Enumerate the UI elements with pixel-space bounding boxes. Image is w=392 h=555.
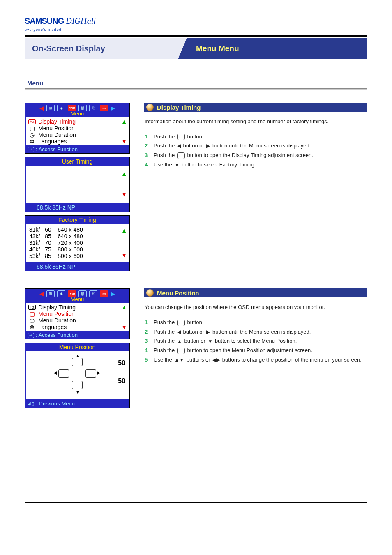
- target-icon: ◈: [57, 105, 65, 111]
- scroll-up-icon: ▲: [121, 118, 127, 125]
- position-icon: ▢: [28, 311, 36, 317]
- list-item: ◷Menu Duration: [27, 317, 128, 324]
- osd-menu-screenshot: ◀ ⊞ ◈ RGB ∭ ⎘ ▭ ▶ Menu HzDisplay Timing …: [25, 288, 130, 339]
- scroll-down-icon: ▼: [121, 138, 127, 145]
- osd-footer: ↲▯: Previous Menu: [25, 400, 129, 408]
- osd-footer: ↵: Access Function: [25, 331, 129, 339]
- list-item: HzDisplay Timing: [27, 304, 128, 311]
- enter-icon: ↵: [177, 152, 185, 159]
- feature-description: Information about the current timing set…: [144, 117, 367, 126]
- bullet-icon: [146, 289, 154, 297]
- screen-icon: ⊞: [46, 105, 55, 111]
- factory-timing-rows: 31k/ 60 640 x 480 43k/ 85 640 x 480 31k/…: [26, 224, 129, 262]
- table-row: 31k/ 70 720 x 400: [29, 240, 125, 246]
- target-icon: ◈: [57, 290, 65, 297]
- nav-left-icon: ◀: [39, 290, 44, 297]
- exit-icon: ⎘: [89, 290, 97, 297]
- value-v: 50: [118, 378, 125, 385]
- enter-icon: ↵: [28, 333, 34, 338]
- osd-menu-screenshot: ◀ ⊞ ◈ RGB ∭ ⎘ ▭ ▶ Menu HzDisplay Timing …: [25, 103, 130, 154]
- clock-icon: ◷: [28, 317, 36, 324]
- enter-icon: ↵: [177, 134, 185, 140]
- divider: [25, 502, 367, 503]
- divider: [25, 35, 367, 37]
- menu-tab-icon: ▭: [100, 290, 108, 297]
- list-item: ⊗Languages: [27, 138, 128, 145]
- page-banner: On-Screen Display Menu Menu: [25, 38, 367, 59]
- page-title: On-Screen Display: [25, 38, 187, 59]
- globe-icon: ⊗: [28, 324, 36, 330]
- value-h: 50: [118, 359, 125, 367]
- globe-icon: ⊗: [28, 138, 36, 145]
- clock-icon: ◷: [28, 131, 36, 138]
- divider: [25, 88, 367, 89]
- enter-icon: ↵: [177, 320, 185, 326]
- right-arrow-icon: ▶: [97, 370, 100, 375]
- list-item: HzDisplay Timing: [27, 118, 128, 125]
- table-row: 53k/ 85 800 x 600: [29, 253, 125, 259]
- samsung-logo: SAMSUNG DIGITall everyone's invited: [25, 16, 367, 32]
- feature-heading: Menu Position: [144, 288, 367, 297]
- screen-icon: ⊞: [46, 290, 55, 297]
- section-heading: Menu: [25, 80, 367, 87]
- enter-icon: ↵: [177, 348, 185, 354]
- user-timing-panel: User Timing ▲ ▼ 68.5k 85Hz NP: [25, 157, 130, 212]
- feature-description: You can change the position where the OS…: [144, 303, 367, 311]
- menu-tab-icon: ▭: [100, 105, 108, 111]
- scroll-down-icon: ▼: [121, 324, 127, 330]
- page-subtitle: Menu Menu: [187, 38, 367, 59]
- factory-timing-panel: Factory Timing 31k/ 60 640 x 480 43k/ 85…: [25, 215, 130, 271]
- step-list: 1Push the ↵ button. 2Push the ◀ button o…: [144, 132, 367, 170]
- list-item: ▢Menu Position: [27, 311, 128, 317]
- back-icon: ↲▯: [28, 401, 35, 407]
- nav-right-icon: ▶: [111, 290, 115, 297]
- up-arrow-icon: ▲: [76, 353, 80, 358]
- table-row: 43k/ 85 640 x 480: [29, 233, 125, 240]
- bullet-icon: [146, 104, 154, 111]
- list-item: ⊗Languages: [27, 324, 128, 330]
- list-item: ◷Menu Duration: [27, 131, 128, 138]
- table-row: 46k/ 75 800 x 600: [29, 246, 125, 253]
- enter-icon: ↵: [28, 147, 34, 152]
- exit-icon: ⎘: [89, 105, 97, 111]
- menu-position-panel: Menu Position ▲ ◀ ▶ ▼ 50 50 ↲▯:: [25, 343, 130, 408]
- feature-heading: Display Timing: [144, 103, 367, 112]
- down-arrow-icon: ▼: [76, 390, 80, 395]
- step-list: 1Push the ↵ button. 2Push the ◀ button o…: [144, 318, 367, 365]
- position-pad: ▲ ◀ ▶ ▼: [53, 355, 102, 396]
- osd-footer: ↵: Access Function: [25, 145, 129, 153]
- scroll-up-icon: ▲: [121, 304, 127, 311]
- list-item: ▢Menu Position: [27, 125, 128, 131]
- hz-icon: Hz: [28, 119, 36, 124]
- hz-icon: Hz: [28, 305, 36, 310]
- nav-left-icon: ◀: [39, 105, 44, 111]
- nav-right-icon: ▶: [111, 105, 115, 111]
- table-row: 31k/ 60 640 x 480: [29, 226, 125, 233]
- position-icon: ▢: [28, 125, 36, 131]
- left-arrow-icon: ◀: [53, 370, 57, 375]
